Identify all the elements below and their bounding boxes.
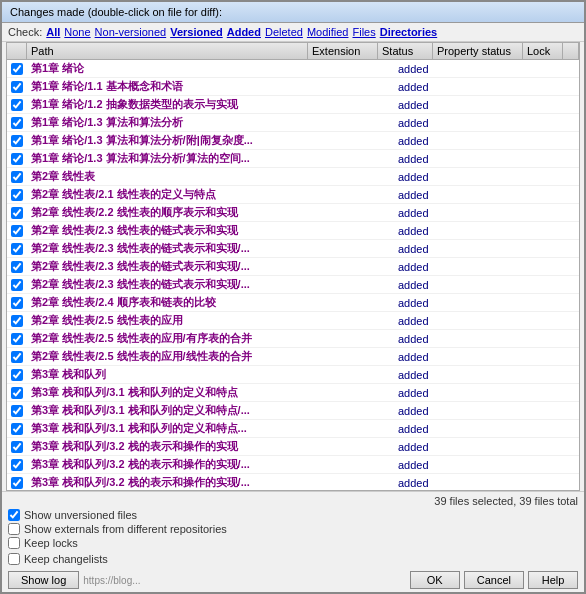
- file-table: Path Extension Status Property status Lo…: [6, 42, 580, 491]
- row-extension: [324, 150, 394, 167]
- table-row[interactable]: 第3章 栈和队列/3.2 栈的表示和操作的实现/...added: [7, 456, 579, 474]
- row-checkbox[interactable]: [11, 171, 23, 183]
- row-extension: [324, 330, 394, 347]
- row-checkbox[interactable]: [11, 459, 23, 471]
- row-lock: [539, 366, 579, 383]
- row-checkbox-cell: [7, 222, 27, 239]
- row-checkbox-cell: [7, 474, 27, 490]
- row-checkbox[interactable]: [11, 441, 23, 453]
- table-row[interactable]: 第2章 线性表/2.3 线性表的链式表示和实现/...added: [7, 276, 579, 294]
- row-checkbox[interactable]: [11, 63, 23, 75]
- row-checkbox[interactable]: [11, 153, 23, 165]
- row-property-status: [449, 456, 539, 473]
- check-deleted-link[interactable]: Deleted: [265, 26, 303, 38]
- row-status: added: [394, 132, 449, 149]
- check-directories-link[interactable]: Directories: [380, 26, 437, 38]
- row-status: added: [394, 168, 449, 185]
- row-checkbox[interactable]: [11, 333, 23, 345]
- table-row[interactable]: 第3章 栈和队列/3.1 栈和队列的定义和特点/...added: [7, 402, 579, 420]
- check-all-link[interactable]: All: [46, 26, 60, 38]
- row-checkbox-cell: [7, 384, 27, 401]
- row-extension: [324, 474, 394, 490]
- table-body[interactable]: 第1章 绪论added第1章 绪论/1.1 基本概念和术语added第1章 绪论…: [7, 60, 579, 490]
- row-checkbox-cell: [7, 132, 27, 149]
- row-checkbox[interactable]: [11, 99, 23, 111]
- title-text: Changes made (double-click on file for d…: [10, 6, 222, 18]
- row-lock: [539, 96, 579, 113]
- row-extension: [324, 222, 394, 239]
- row-checkbox[interactable]: [11, 81, 23, 93]
- row-checkbox[interactable]: [11, 225, 23, 237]
- row-checkbox[interactable]: [11, 297, 23, 309]
- row-checkbox[interactable]: [11, 423, 23, 435]
- row-status: added: [394, 114, 449, 131]
- col-property-status: Property status: [433, 43, 523, 59]
- table-row[interactable]: 第1章 绪论/1.1 基本概念和术语added: [7, 78, 579, 96]
- table-row[interactable]: 第2章 线性表/2.5 线性表的应用added: [7, 312, 579, 330]
- table-row[interactable]: 第1章 绪论/1.2 抽象数据类型的表示与实现added: [7, 96, 579, 114]
- check-none-link[interactable]: None: [64, 26, 90, 38]
- row-property-status: [449, 330, 539, 347]
- table-row[interactable]: 第1章 绪论added: [7, 60, 579, 78]
- table-row[interactable]: 第2章 线性表/2.4 顺序表和链表的比较added: [7, 294, 579, 312]
- row-lock: [539, 330, 579, 347]
- row-checkbox[interactable]: [11, 477, 23, 489]
- table-row[interactable]: 第2章 线性表/2.2 线性表的顺序表示和实现added: [7, 204, 579, 222]
- table-row[interactable]: 第1章 绪论/1.3 算法和算法分析added: [7, 114, 579, 132]
- check-files-link[interactable]: Files: [352, 26, 375, 38]
- row-extension: [324, 240, 394, 257]
- table-row[interactable]: 第2章 线性表/2.3 线性表的链式表示和实现/...added: [7, 258, 579, 276]
- table-row[interactable]: 第3章 栈和队列/3.2 栈的表示和操作的实现/...added: [7, 474, 579, 490]
- table-row[interactable]: 第2章 线性表/2.3 线性表的链式表示和实现/...added: [7, 240, 579, 258]
- row-status: added: [394, 96, 449, 113]
- keep-locks-checkbox[interactable]: [8, 537, 20, 549]
- row-checkbox[interactable]: [11, 135, 23, 147]
- row-lock: [539, 222, 579, 239]
- check-modified-link[interactable]: Modified: [307, 26, 349, 38]
- row-path: 第3章 栈和队列/3.2 栈的表示和操作的实现/...: [27, 474, 324, 490]
- row-checkbox[interactable]: [11, 369, 23, 381]
- row-lock: [539, 60, 579, 77]
- row-checkbox[interactable]: [11, 117, 23, 129]
- show-log-button[interactable]: Show log: [8, 571, 79, 589]
- col-extension: Extension: [308, 43, 378, 59]
- row-checkbox-cell: [7, 456, 27, 473]
- help-button[interactable]: Help: [528, 571, 578, 589]
- check-versioned-link[interactable]: Versioned: [170, 26, 223, 38]
- row-lock: [539, 78, 579, 95]
- row-path: 第2章 线性表/2.5 线性表的应用: [27, 312, 324, 329]
- row-checkbox[interactable]: [11, 279, 23, 291]
- row-lock: [539, 384, 579, 401]
- check-non-versioned-link[interactable]: Non-versioned: [95, 26, 167, 38]
- table-row[interactable]: 第3章 栈和队列added: [7, 366, 579, 384]
- table-row[interactable]: 第2章 线性表/2.5 线性表的应用/有序表的合并added: [7, 330, 579, 348]
- row-lock: [539, 204, 579, 221]
- table-row[interactable]: 第3章 栈和队列/3.2 栈的表示和操作的实现added: [7, 438, 579, 456]
- show-unversioned-checkbox[interactable]: [8, 509, 20, 521]
- table-row[interactable]: 第2章 线性表/2.3 线性表的链式表示和实现added: [7, 222, 579, 240]
- table-row[interactable]: 第2章 线性表added: [7, 168, 579, 186]
- row-lock: [539, 240, 579, 257]
- row-checkbox[interactable]: [11, 351, 23, 363]
- table-row[interactable]: 第3章 栈和队列/3.1 栈和队列的定义和特点added: [7, 384, 579, 402]
- table-row[interactable]: 第3章 栈和队列/3.1 栈和队列的定义和特点...added: [7, 420, 579, 438]
- row-checkbox[interactable]: [11, 189, 23, 201]
- row-checkbox-cell: [7, 114, 27, 131]
- ok-button[interactable]: OK: [410, 571, 460, 589]
- row-checkbox[interactable]: [11, 207, 23, 219]
- table-row[interactable]: 第2章 线性表/2.5 线性表的应用/线性表的合并added: [7, 348, 579, 366]
- table-row[interactable]: 第1章 绪论/1.3 算法和算法分析/附|闹复杂度...added: [7, 132, 579, 150]
- table-row[interactable]: 第2章 线性表/2.1 线性表的定义与特点added: [7, 186, 579, 204]
- row-checkbox[interactable]: [11, 243, 23, 255]
- row-status: added: [394, 204, 449, 221]
- cancel-button[interactable]: Cancel: [464, 571, 524, 589]
- check-added-link[interactable]: Added: [227, 26, 261, 38]
- show-externals-checkbox[interactable]: [8, 523, 20, 535]
- keep-changelists-checkbox[interactable]: [8, 553, 20, 565]
- row-path: 第1章 绪论/1.3 算法和算法分析/算法的空间...: [27, 150, 324, 167]
- row-checkbox[interactable]: [11, 387, 23, 399]
- row-checkbox[interactable]: [11, 405, 23, 417]
- table-row[interactable]: 第1章 绪论/1.3 算法和算法分析/算法的空间...added: [7, 150, 579, 168]
- row-checkbox[interactable]: [11, 315, 23, 327]
- row-checkbox[interactable]: [11, 261, 23, 273]
